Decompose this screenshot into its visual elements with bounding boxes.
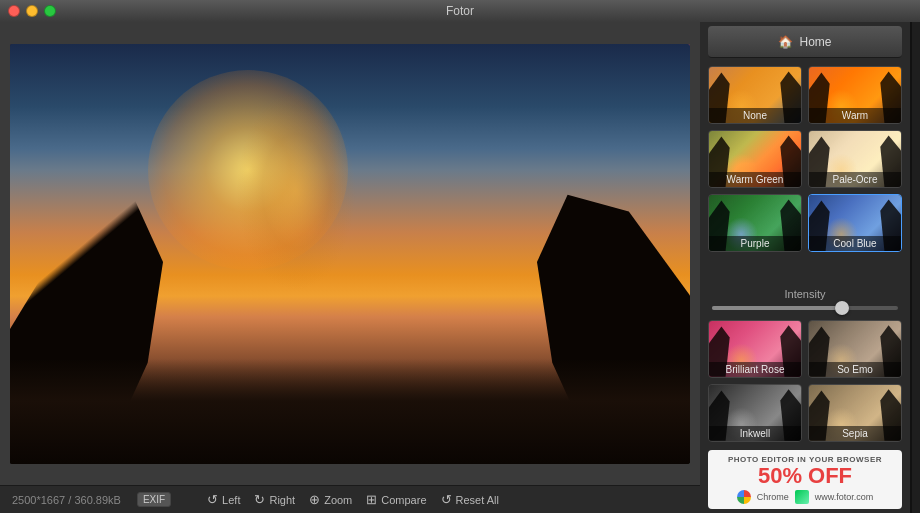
rotate-right-icon: ↻ — [254, 492, 265, 507]
effect-item-pale-ocre[interactable]: Pale-Ocre — [808, 130, 902, 188]
effect-item-brilliant-rose[interactable]: Brilliant Rose — [708, 320, 802, 378]
status-actions: ↺ Left ↻ Right ⊕ Zoom ⊞ Compare ↺ Rese — [207, 492, 499, 507]
tool-export[interactable]: ↑ Export — [916, 392, 921, 435]
effect-item-warm[interactable]: Warm — [808, 66, 902, 124]
home-label: Home — [799, 35, 831, 49]
compare-icon: ⊞ — [366, 492, 377, 507]
rotate-left-button[interactable]: ↺ Left — [207, 492, 240, 507]
foreground — [10, 359, 690, 464]
effects-grid-bottom: Brilliant Rose So Emo Inkwell Sepia — [700, 320, 910, 446]
tool-adjust[interactable]: ⚙ Adjust — [916, 118, 921, 162]
exif-badge[interactable]: EXIF — [137, 492, 171, 507]
right-panel-wrapper: 🏠 Home None Warm Warm Green — [700, 22, 920, 513]
fotor-url: www.fotor.com — [815, 492, 874, 502]
rotate-right-button[interactable]: ↻ Right — [254, 492, 295, 507]
rotate-left-icon: ↺ — [207, 492, 218, 507]
effect-label-pale-ocre: Pale-Ocre — [809, 172, 901, 187]
rotate-left-label: Left — [222, 494, 240, 506]
intensity-area: Intensity — [700, 282, 910, 320]
effect-item-inkwell[interactable]: Inkwell — [708, 384, 802, 442]
zoom-button[interactable]: ⊕ Zoom — [309, 492, 352, 507]
minimize-button[interactable] — [26, 5, 38, 17]
home-button[interactable]: 🏠 Home — [708, 26, 902, 58]
effect-label-warm-green: Warm Green — [709, 172, 801, 187]
panel-content: None Warm Warm Green Pale-Ocre Purple — [700, 62, 910, 513]
effect-label-so-emo: So Emo — [809, 362, 901, 377]
effects-panel: 🏠 Home None Warm Warm Green — [700, 22, 910, 513]
tool-new[interactable]: □ New — [916, 347, 921, 390]
intensity-fill — [712, 306, 842, 310]
effect-item-warm-green[interactable]: Warm Green — [708, 130, 802, 188]
maximize-button[interactable] — [44, 5, 56, 17]
home-icon: 🏠 — [778, 35, 793, 49]
tool-tilt-shift[interactable]: ◎ Tilt-Shift — [916, 256, 921, 300]
effect-label-brilliant-rose: Brilliant Rose — [709, 362, 801, 377]
reset-icon: ↺ — [441, 492, 452, 507]
canvas-area: 2500*1667 / 360.89kB EXIF ↺ Left ↻ Right… — [0, 22, 700, 513]
intensity-slider-track[interactable] — [712, 306, 898, 310]
statusbar: 2500*1667 / 360.89kB EXIF ↺ Left ↻ Right… — [0, 485, 700, 513]
effect-label-warm: Warm — [809, 108, 901, 123]
image-container — [0, 22, 700, 485]
effect-item-purple[interactable]: Purple — [708, 194, 802, 252]
rotate-right-label: Right — [269, 494, 295, 506]
zoom-label: Zoom — [324, 494, 352, 506]
effect-label-inkwell: Inkwell — [709, 426, 801, 441]
ad-discount: 50% OFF — [758, 464, 852, 488]
fotor-logo — [795, 490, 809, 504]
tool-scenes[interactable]: ⊞ Scenes — [916, 26, 921, 70]
effect-label-cool-blue: Cool Blue — [809, 236, 901, 251]
effect-label-none: None — [709, 108, 801, 123]
main-content: 2500*1667 / 360.89kB EXIF ↺ Left ↻ Right… — [0, 22, 920, 513]
app-title: Fotor — [446, 4, 474, 18]
reset-label: Reset All — [456, 494, 499, 506]
effect-item-so-emo[interactable]: So Emo — [808, 320, 902, 378]
ad-banner[interactable]: PHOTO EDITOR IN YOUR BROWSER 50% OFF Chr… — [708, 450, 902, 509]
image-info: 2500*1667 / 360.89kB — [12, 494, 121, 506]
effects-grid-top: None Warm Warm Green Pale-Ocre Purple — [700, 62, 910, 282]
window-controls — [8, 5, 56, 17]
effect-label-sepia: Sepia — [809, 426, 901, 441]
tool-borders[interactable]: ▣ Borders — [916, 210, 921, 254]
intensity-label: Intensity — [708, 288, 902, 300]
intensity-slider-thumb[interactable] — [835, 301, 849, 315]
effect-item-none[interactable]: None — [708, 66, 802, 124]
effect-label-purple: Purple — [709, 236, 801, 251]
close-button[interactable] — [8, 5, 20, 17]
zoom-icon: ⊕ — [309, 492, 320, 507]
titlebar: Fotor — [0, 0, 920, 22]
compare-label: Compare — [381, 494, 426, 506]
tools-sidebar: ⊞ Scenes ✂ Crop ⚙ Adjust ✦ Effects ▣ Bor… — [911, 22, 920, 513]
tool-crop[interactable]: ✂ Crop — [916, 72, 921, 116]
chrome-label: Chrome — [757, 492, 789, 502]
bottle-glow — [236, 91, 356, 291]
reset-button[interactable]: ↺ Reset All — [441, 492, 499, 507]
tool-text[interactable]: T Text — [916, 302, 921, 345]
chrome-icon — [737, 490, 751, 504]
ad-footer: Chrome www.fotor.com — [737, 490, 874, 504]
compare-button[interactable]: ⊞ Compare — [366, 492, 426, 507]
tool-effects[interactable]: ✦ Effects — [916, 164, 921, 208]
effect-item-cool-blue[interactable]: Cool Blue — [808, 194, 902, 252]
main-image — [10, 44, 690, 464]
effect-item-sepia[interactable]: Sepia — [808, 384, 902, 442]
